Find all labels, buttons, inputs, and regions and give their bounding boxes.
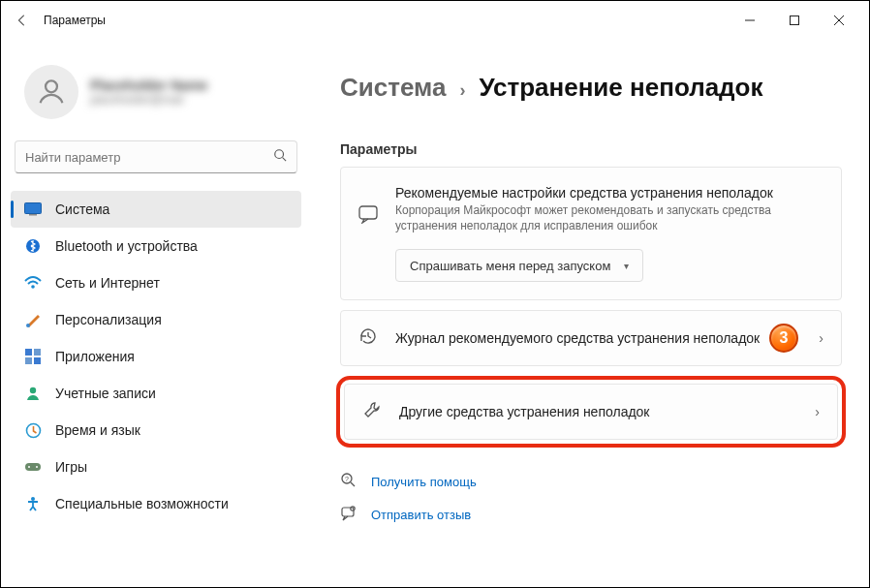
help-link[interactable]: Получить помощь xyxy=(371,475,477,489)
back-button[interactable] xyxy=(9,7,36,34)
footer-links: ? Получить помощь Отправить отзыв xyxy=(340,465,842,531)
recommended-settings-card: Рекомендуемые настройки средства устране… xyxy=(340,167,842,300)
history-label: Журнал рекомендуемого средства устранени… xyxy=(395,330,801,346)
annotation-step-badge: 3 xyxy=(769,324,798,353)
svg-point-27 xyxy=(351,507,355,511)
sidebar-item-label: Сеть и Интернет xyxy=(55,275,160,291)
nav-list: Система Bluetooth и устройства Сеть и Ин… xyxy=(11,191,301,587)
chevron-right-icon: › xyxy=(815,404,820,419)
svg-point-11 xyxy=(26,324,30,327)
annotation-highlight: Другие средства устранения неполадок › xyxy=(336,376,846,448)
section-label: Параметры xyxy=(340,141,842,157)
accessibility-icon xyxy=(24,495,42,512)
sidebar-item-accounts[interactable]: Учетные записи xyxy=(11,375,301,412)
close-button[interactable] xyxy=(817,1,861,40)
sidebar-item-label: Персонализация xyxy=(55,312,162,327)
svg-point-16 xyxy=(30,387,36,393)
other-label: Другие средства устранения неполадок xyxy=(399,404,797,419)
sidebar-item-time-language[interactable]: Время и язык xyxy=(11,412,301,449)
sidebar-item-label: Специальные возможности xyxy=(55,496,229,511)
gamepad-icon xyxy=(24,458,42,476)
profile-name: Placeholder Name xyxy=(90,77,207,93)
svg-rect-15 xyxy=(34,357,41,364)
maximize-button[interactable] xyxy=(772,1,817,40)
svg-point-10 xyxy=(31,285,35,289)
search-input-wrapper[interactable] xyxy=(15,140,297,173)
svg-line-24 xyxy=(351,482,355,486)
brush-icon xyxy=(24,311,42,328)
wifi-icon xyxy=(24,274,42,292)
apps-icon xyxy=(24,348,42,365)
svg-line-6 xyxy=(283,158,287,162)
sidebar-item-label: Учетные записи xyxy=(55,386,156,401)
wrench-icon xyxy=(362,400,382,423)
recommended-desc: Корпорация Майкрософт может рекомендоват… xyxy=(395,202,823,233)
search-input[interactable] xyxy=(25,150,265,165)
titlebar: Параметры xyxy=(1,1,869,40)
svg-rect-26 xyxy=(342,508,354,516)
window-title: Параметры xyxy=(44,14,106,27)
sidebar-item-accessibility[interactable]: Специальные возможности xyxy=(11,485,301,522)
recommended-dropdown[interactable]: Спрашивать меня перед запуском ▾ xyxy=(395,249,643,282)
sidebar-item-label: Bluetooth и устройства xyxy=(55,238,198,254)
person-icon xyxy=(24,385,42,402)
feedback-link-row[interactable]: Отправить отзыв xyxy=(340,498,842,531)
sidebar-item-label: Игры xyxy=(55,459,87,475)
main-pane: Система › Устранение неполадок Параметры… xyxy=(311,40,869,587)
svg-text:?: ? xyxy=(345,476,349,482)
page-title: Устранение неполадок xyxy=(479,73,762,103)
help-link-row[interactable]: ? Получить помощь xyxy=(340,465,842,498)
svg-rect-22 xyxy=(359,206,377,219)
sidebar-item-apps[interactable]: Приложения xyxy=(11,338,301,375)
search-icon xyxy=(273,148,287,166)
help-icon: ? xyxy=(340,472,357,492)
chat-icon xyxy=(358,204,378,228)
svg-point-19 xyxy=(28,466,30,468)
chevron-right-icon: › xyxy=(819,330,823,346)
svg-rect-7 xyxy=(25,203,42,214)
avatar xyxy=(24,65,78,119)
svg-rect-8 xyxy=(29,214,37,216)
profile-email: placeholder@mail xyxy=(90,93,207,107)
minimize-button[interactable] xyxy=(728,1,772,40)
monitor-icon xyxy=(24,201,42,218)
feedback-link[interactable]: Отправить отзыв xyxy=(371,508,471,522)
recommended-title: Рекомендуемые настройки средства устране… xyxy=(395,185,823,201)
svg-rect-13 xyxy=(34,349,41,356)
sidebar-item-gaming[interactable]: Игры xyxy=(11,449,301,485)
sidebar-item-label: Время и язык xyxy=(55,422,140,438)
feedback-icon xyxy=(340,505,357,525)
chevron-right-icon: › xyxy=(459,80,465,101)
sidebar: Placeholder Name placeholder@mail Систем… xyxy=(1,40,311,587)
breadcrumb: Система › Устранение неполадок xyxy=(340,73,842,103)
chevron-down-icon: ▾ xyxy=(624,261,629,271)
history-icon xyxy=(358,326,378,350)
svg-rect-1 xyxy=(791,16,799,25)
svg-point-5 xyxy=(275,150,284,159)
clock-globe-icon xyxy=(24,421,42,439)
sidebar-item-bluetooth[interactable]: Bluetooth и устройства xyxy=(11,228,301,264)
dropdown-value: Спрашивать меня перед запуском xyxy=(410,259,610,273)
bluetooth-icon xyxy=(24,237,42,255)
breadcrumb-parent[interactable]: Система xyxy=(340,73,446,103)
svg-rect-12 xyxy=(25,349,32,356)
sidebar-item-label: Система xyxy=(55,201,109,217)
history-row-card[interactable]: Журнал рекомендуемого средства устранени… xyxy=(340,310,842,366)
sidebar-item-network[interactable]: Сеть и Интернет xyxy=(11,264,301,301)
svg-point-20 xyxy=(36,466,38,468)
svg-rect-18 xyxy=(25,463,41,471)
other-troubleshooters-row[interactable]: Другие средства устранения неполадок › xyxy=(344,384,838,440)
svg-point-21 xyxy=(31,497,35,501)
sidebar-item-label: Приложения xyxy=(55,349,135,364)
svg-rect-14 xyxy=(25,357,32,364)
sidebar-item-personalization[interactable]: Персонализация xyxy=(11,301,301,338)
svg-point-4 xyxy=(46,80,57,92)
sidebar-item-system[interactable]: Система xyxy=(11,191,301,228)
profile-block[interactable]: Placeholder Name placeholder@mail xyxy=(11,46,301,140)
